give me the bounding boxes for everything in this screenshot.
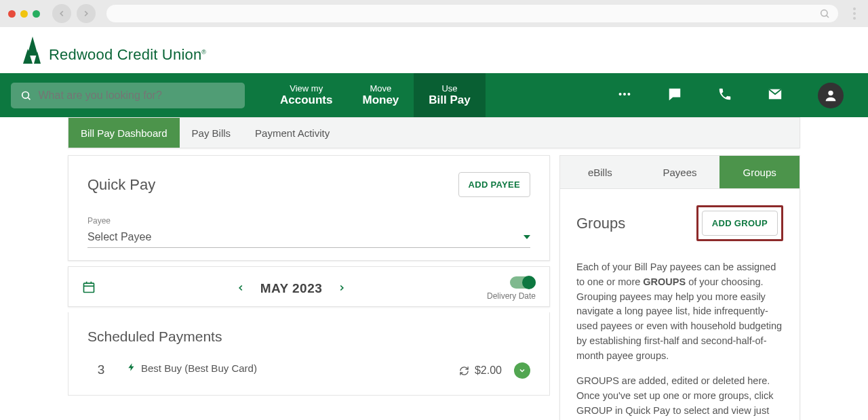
svg-point-7 xyxy=(619,92,622,95)
add-payee-button[interactable]: ADD PAYEE xyxy=(458,172,530,197)
svg-line-6 xyxy=(28,97,30,99)
payee-value: Select Payee xyxy=(87,231,151,243)
brand-logo[interactable]: Redwood Credit Union® xyxy=(23,37,845,64)
scheduled-payments-title: Scheduled Payments xyxy=(87,329,530,345)
primary-nav: View my Accounts Move Money Use Bill Pay xyxy=(0,73,868,117)
person-icon xyxy=(823,88,838,103)
tab-dashboard[interactable]: Bill Pay Dashboard xyxy=(68,118,180,148)
svg-point-10 xyxy=(828,90,833,95)
tab-ebills[interactable]: eBills xyxy=(560,156,640,188)
prev-month-button[interactable] xyxy=(233,279,248,299)
forward-button[interactable] xyxy=(77,4,96,23)
tab-payees[interactable]: Payees xyxy=(640,156,720,188)
svg-point-8 xyxy=(623,92,626,95)
tab-payment-activity[interactable]: Payment Activity xyxy=(243,118,342,148)
groups-title: Groups xyxy=(576,215,625,232)
scheduled-row: 3 Best Buy (Best Buy Card) $2.00 xyxy=(87,362,530,379)
svg-rect-11 xyxy=(84,283,94,292)
more-icon[interactable] xyxy=(617,87,632,104)
next-month-button[interactable] xyxy=(334,279,349,299)
groups-description-1: Each of your Bill Pay payees can be assi… xyxy=(576,260,783,363)
billpay-subnav: Bill Pay Dashboard Pay Bills Payment Act… xyxy=(68,117,800,148)
browser-chrome xyxy=(0,0,868,27)
svg-point-5 xyxy=(22,91,29,98)
browser-menu[interactable] xyxy=(849,7,860,20)
close-window[interactable] xyxy=(8,10,16,18)
svg-point-9 xyxy=(627,92,630,95)
quick-pay-title: Quick Pay xyxy=(87,176,155,194)
brand-name: Redwood Credit Union xyxy=(49,46,201,63)
site-search[interactable] xyxy=(11,83,245,108)
nav-money[interactable]: Move Money xyxy=(347,73,414,117)
tab-groups[interactable]: Groups xyxy=(719,156,800,188)
phone-icon[interactable] xyxy=(717,87,732,104)
maximize-window[interactable] xyxy=(33,10,40,18)
minimize-window[interactable] xyxy=(20,10,28,18)
delivery-date-toggle[interactable] xyxy=(510,276,536,289)
chevron-down-icon xyxy=(524,235,530,239)
nav-bill-pay[interactable]: Use Bill Pay xyxy=(414,73,485,117)
search-icon xyxy=(819,8,830,19)
search-input[interactable] xyxy=(39,89,236,102)
logo-row: Redwood Credit Union® xyxy=(0,27,868,73)
window-controls xyxy=(8,10,40,18)
svg-line-1 xyxy=(827,16,829,18)
right-tabs: eBills Payees Groups xyxy=(559,155,800,189)
nav-accounts[interactable]: View my Accounts xyxy=(265,73,347,117)
chat-icon[interactable] xyxy=(667,87,682,104)
tab-pay-bills[interactable]: Pay Bills xyxy=(180,118,243,148)
address-bar[interactable] xyxy=(106,5,838,22)
scheduled-day: 3 xyxy=(87,362,115,377)
tree-icon xyxy=(23,37,42,64)
delivery-date-label: Delivery Date xyxy=(487,291,536,301)
back-button[interactable] xyxy=(52,4,71,23)
groups-panel: Groups ADD GROUP Each of your Bill Pay p… xyxy=(559,189,800,420)
bolt-icon xyxy=(127,362,136,372)
groups-description-2: GROUPS are added, edited or deleted here… xyxy=(576,374,783,420)
search-icon xyxy=(20,89,32,102)
recurring-icon xyxy=(459,366,469,376)
scheduled-amount: $2.00 xyxy=(475,364,502,377)
quick-pay-card: Quick Pay ADD PAYEE Payee Select Payee xyxy=(68,155,550,261)
profile-avatar[interactable] xyxy=(818,83,844,108)
mail-icon[interactable] xyxy=(768,87,783,104)
month-selector-card: MAY 2023 Delivery Date xyxy=(68,266,550,307)
scheduled-payee: Best Buy (Best Buy Card) xyxy=(141,362,257,374)
add-group-button[interactable]: ADD GROUP xyxy=(702,211,778,236)
scheduled-payments-card: Scheduled Payments 3 Best Buy (Best Buy … xyxy=(68,312,550,396)
expand-row-button[interactable] xyxy=(514,362,530,379)
month-label: MAY 2023 xyxy=(260,281,323,296)
calendar-icon[interactable] xyxy=(82,280,96,297)
payee-select[interactable]: Select Payee xyxy=(87,227,530,248)
payee-label: Payee xyxy=(87,216,530,226)
add-group-highlight: ADD GROUP xyxy=(696,205,783,241)
svg-point-0 xyxy=(821,10,827,16)
